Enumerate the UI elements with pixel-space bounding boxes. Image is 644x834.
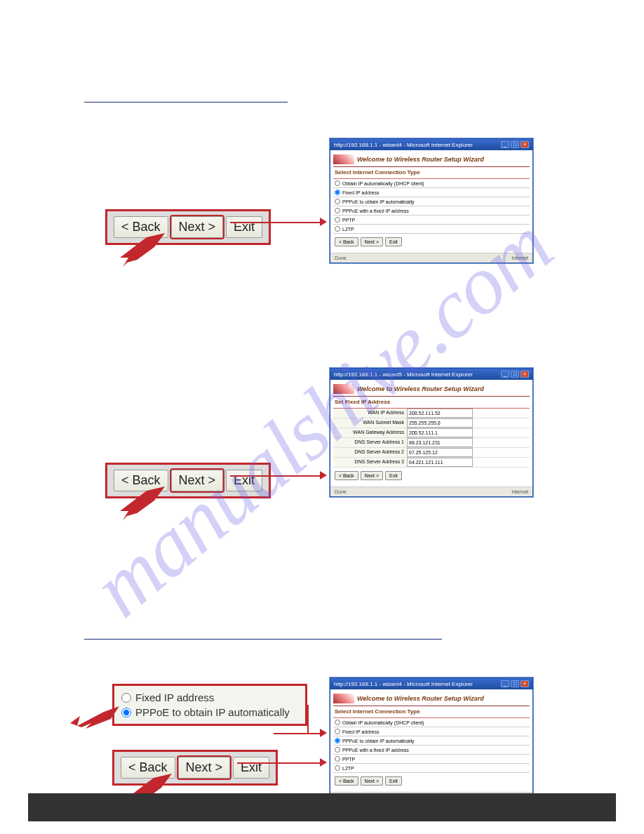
radio-option[interactable] — [335, 747, 340, 753]
red-arrow-icon — [70, 702, 119, 733]
fields-list: WAN IP AddressWAN Subnet MaskWAN Gateway… — [333, 409, 530, 468]
radio-option[interactable] — [335, 720, 340, 725]
minimize-icon[interactable]: _ — [501, 141, 509, 148]
radio-option[interactable] — [335, 765, 340, 771]
exit-button[interactable]: Exit — [226, 216, 262, 238]
field-label: WAN Gateway Address — [333, 428, 407, 437]
minimize-icon[interactable]: _ — [501, 680, 509, 687]
field-input[interactable] — [407, 438, 473, 447]
option-row[interactable]: L2TP — [333, 225, 530, 234]
minimize-icon[interactable]: _ — [501, 371, 509, 378]
radio-option[interactable] — [335, 190, 340, 195]
status-left: Done — [335, 256, 347, 260]
wizard-banner: Welcome to Wireless Router Setup Wizard — [333, 692, 530, 706]
back-button[interactable]: < Back — [335, 237, 358, 246]
option-label: PPPoE to obtain IP automatically — [342, 739, 415, 743]
next-button[interactable]: Next > — [361, 471, 383, 480]
option-row[interactable]: Fixed IP address — [333, 188, 530, 197]
status-left: Done — [335, 489, 347, 494]
option-row[interactable]: PPTP — [333, 755, 530, 764]
close-icon[interactable]: × — [521, 680, 529, 687]
option-label: Obtain IP automatically (DHCP client) — [342, 181, 424, 186]
option-row[interactable]: PPTP — [333, 216, 530, 225]
field-row: DNS Server Address 2 — [333, 448, 530, 458]
next-button[interactable]: Next > — [178, 757, 231, 779]
option-row[interactable]: L2TP — [333, 764, 530, 773]
exit-button[interactable]: Exit — [385, 776, 402, 786]
maximize-icon[interactable]: □ — [511, 141, 519, 148]
option-label: Fixed IP address — [342, 729, 379, 734]
wizard-subtitle: Set Fixed IP Address — [333, 397, 530, 409]
option-label: Obtain IP automatically (DHCP client) — [342, 720, 424, 725]
option-row[interactable]: PPPoE to obtain IP automatically — [333, 197, 530, 206]
wizard-nav: < Back Next > Exit — [333, 234, 530, 250]
back-button[interactable]: < Back — [335, 471, 358, 480]
option-label: Fixed IP address — [135, 691, 214, 703]
radio-option[interactable] — [335, 217, 340, 223]
field-input[interactable] — [407, 458, 473, 467]
option-row[interactable]: PPPoE with a fixed IP address — [333, 206, 530, 216]
option-pppoe-auto[interactable]: PPPoE to obtain IP automatically — [121, 705, 298, 720]
maximize-icon[interactable]: □ — [511, 371, 519, 378]
field-input[interactable] — [407, 409, 473, 418]
option-row[interactable]: Fixed IP address — [333, 727, 530, 736]
svg-marker-1 — [120, 486, 165, 520]
radio-pppoe-auto[interactable] — [121, 708, 131, 717]
exit-button[interactable]: Exit — [385, 237, 402, 246]
status-right: Internet — [511, 256, 528, 260]
radio-fixed-ip[interactable] — [121, 693, 131, 703]
titlebar-text: http://192.168.1.1 - wizard5 - Microsoft… — [334, 371, 473, 378]
exit-button[interactable]: Exit — [233, 757, 269, 779]
radio-option[interactable] — [335, 738, 340, 743]
option-label: L2TP — [342, 227, 354, 232]
field-input[interactable] — [407, 428, 473, 437]
option-row[interactable]: PPPoE to obtain IP automatically — [333, 736, 530, 746]
radio-option[interactable] — [335, 756, 340, 762]
field-input[interactable] — [407, 448, 473, 457]
titlebar-text: http://192.168.1.1 - wizard4 - Microsoft… — [334, 142, 473, 148]
exit-button[interactable]: Exit — [385, 471, 402, 480]
option-label: PPTP — [342, 218, 355, 223]
next-button[interactable]: Next > — [361, 237, 383, 246]
browser-window-3: http://192.168.1.1 - wizard4 - Microsoft… — [330, 677, 533, 802]
maximize-icon[interactable]: □ — [511, 680, 519, 687]
field-row: WAN Gateway Address — [333, 428, 530, 438]
radio-option[interactable] — [335, 226, 340, 232]
option-row[interactable]: Obtain IP automatically (DHCP client) — [333, 718, 530, 727]
status-bar: Done Internet — [330, 486, 532, 496]
titlebar: http://192.168.1.1 - wizard5 - Microsoft… — [330, 369, 532, 380]
option-row[interactable]: PPPoE with a fixed IP address — [333, 746, 530, 755]
connector-line — [230, 222, 321, 223]
browser-window-1: http://192.168.1.1 - wizard4 - Microsoft… — [330, 138, 533, 263]
next-button[interactable]: Next > — [171, 470, 224, 491]
wizard-banner: Welcome to Wireless Router Setup Wizard — [333, 153, 530, 167]
close-icon[interactable]: × — [521, 371, 529, 378]
connection-options: Obtain IP automatically (DHCP client)Fix… — [333, 179, 530, 234]
wizard-logo-icon — [333, 694, 354, 703]
titlebar-text: http://192.168.1.1 - wizard4 - Microsoft… — [334, 681, 473, 687]
option-label: L2TP — [342, 766, 354, 771]
red-arrow-icon — [116, 233, 165, 270]
next-button[interactable]: Next > — [171, 216, 224, 238]
svg-marker-2 — [70, 706, 119, 729]
radio-option[interactable] — [335, 199, 340, 204]
radio-option[interactable] — [335, 208, 340, 213]
back-button[interactable]: < Back — [335, 776, 358, 786]
option-row[interactable]: Obtain IP automatically (DHCP client) — [333, 179, 530, 188]
option-label: PPTP — [342, 757, 355, 762]
status-bar: Done Internet — [330, 253, 532, 263]
option-fixed-ip[interactable]: Fixed IP address — [121, 690, 298, 705]
next-button[interactable]: Next > — [361, 776, 383, 786]
radio-option[interactable] — [335, 180, 340, 186]
red-arrow-icon — [116, 486, 165, 523]
exit-button[interactable]: Exit — [226, 470, 262, 491]
wizard-subtitle: Select Internet Connection Type — [333, 706, 530, 718]
field-label: WAN IP Address — [333, 409, 407, 418]
option-label: PPPoE with a fixed IP address — [342, 748, 409, 753]
radio-option[interactable] — [335, 729, 340, 734]
close-icon[interactable]: × — [521, 141, 529, 148]
wizard-nav: < Back Next > Exit — [333, 468, 530, 484]
wizard-title: Welcome to Wireless Router Setup Wizard — [357, 695, 484, 702]
field-input[interactable] — [407, 418, 473, 428]
connector-line — [307, 705, 309, 734]
